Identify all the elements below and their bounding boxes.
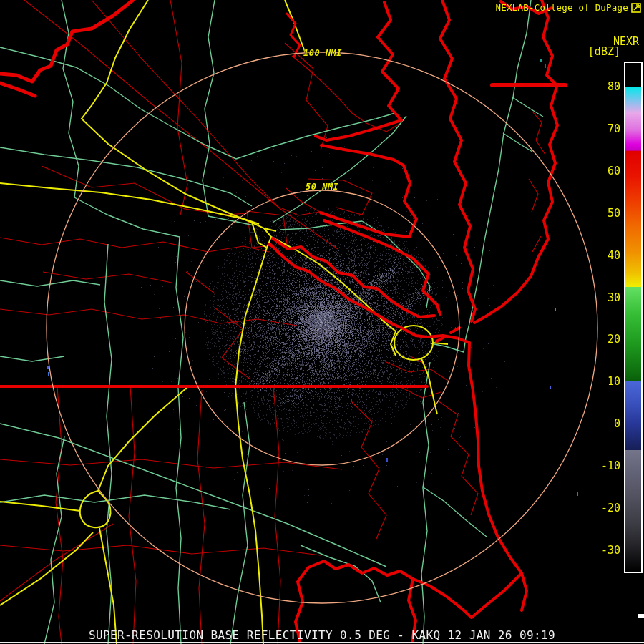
scale-tick-0: 0 — [589, 418, 620, 429]
range-ring-50nmi — [185, 190, 459, 465]
scale-tick--30: -30 — [589, 545, 620, 556]
radar-map-viewport[interactable]: 100 NMI 50 NMI NEXLAB-College of DuPage … — [0, 0, 644, 644]
county-borders-layer — [0, 0, 545, 644]
shoreline-layer — [0, 0, 565, 641]
scale-tick-20: 20 — [589, 333, 620, 345]
scale-tick-10: 10 — [589, 376, 620, 387]
scale-tick-60: 60 — [589, 165, 620, 177]
range-ring-label-50nmi: 50 NMI — [306, 182, 338, 192]
colorbar-gradient — [625, 63, 641, 572]
product-status-line: SUPER-RESOLUTION BASE REFLECTIVITY 0.5 D… — [0, 628, 644, 642]
external-link-icon[interactable] — [631, 3, 641, 13]
scale-tick-30: 30 — [589, 292, 620, 303]
footer-rule — [0, 642, 644, 643]
scale-units-label: [dBZ] — [588, 45, 620, 58]
range-ring-label-100nmi: 100 NMI — [303, 48, 342, 58]
scale-tick-50: 50 — [589, 208, 620, 219]
scale-tick-80: 80 — [589, 81, 620, 92]
corner-mark — [638, 614, 644, 618]
scale-tick-70: 70 — [589, 123, 620, 135]
basemap-overlay — [0, 0, 644, 644]
reflectivity-colorbar — [624, 62, 643, 573]
brand-label: NEXLAB-College of DuPage — [496, 2, 628, 13]
scale-tick--20: -20 — [589, 502, 620, 514]
scale-tick--10: -10 — [589, 460, 620, 472]
primary-roads-layer — [0, 0, 543, 644]
scale-tick-40: 40 — [589, 250, 620, 261]
interstate-roads-layer — [0, 0, 448, 644]
